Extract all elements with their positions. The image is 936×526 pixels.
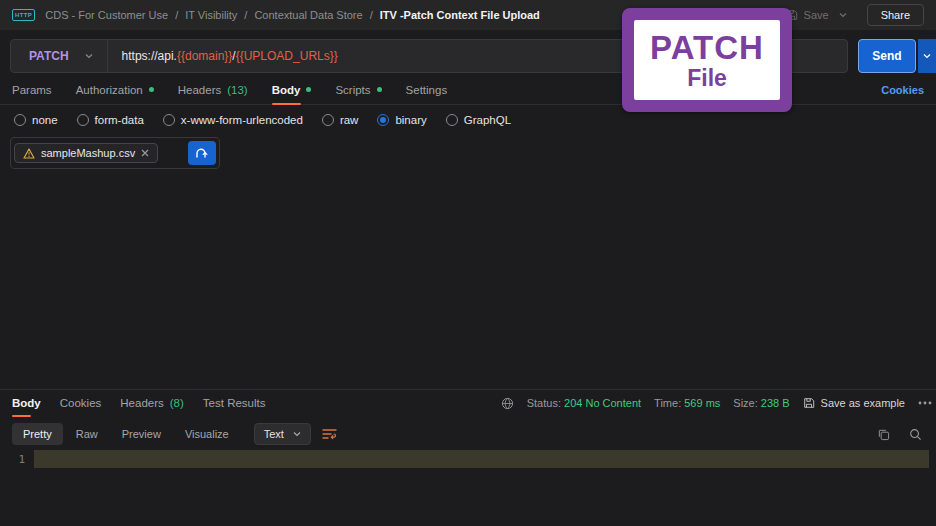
status-label: Status: xyxy=(527,397,561,409)
top-bar: HTTP CDS - For Customer Use / IT Visibil… xyxy=(0,0,936,30)
save-as-example-button[interactable]: Save as example xyxy=(803,397,905,409)
radio-icon xyxy=(77,114,89,126)
url-variable-upload-urls: {{UPLOAD_URLs}} xyxy=(236,49,338,63)
size-field: Size: 238 B xyxy=(733,397,789,409)
breadcrumb-folder[interactable]: Contextual Data Store xyxy=(254,9,362,21)
save-label: Save xyxy=(804,9,829,21)
response-meta: Status: 204 No Content Time: 569 ms Size… xyxy=(501,397,932,410)
patch-file-annotation-badge: PATCH File xyxy=(622,8,792,112)
upload-file-icon xyxy=(195,147,209,159)
body-mode-raw[interactable]: raw xyxy=(322,114,359,126)
response-body-editor: 1 xyxy=(0,450,936,468)
cookies-link[interactable]: Cookies xyxy=(881,84,924,96)
response-tab-headers[interactable]: Headers (8) xyxy=(120,390,184,416)
bottom-empty-area xyxy=(0,468,936,526)
breadcrumb-workspace[interactable]: CDS - For Customer Use xyxy=(45,9,168,21)
save-icon xyxy=(803,397,815,409)
view-visualize-button[interactable]: Visualize xyxy=(174,423,240,445)
response-view-toolbar: Pretty Raw Preview Visualize Text xyxy=(0,416,936,450)
send-button[interactable]: Send xyxy=(858,39,916,73)
search-icon[interactable] xyxy=(909,428,922,441)
body-mode-binary[interactable]: binary xyxy=(377,114,426,126)
http-request-icon: HTTP xyxy=(12,9,35,21)
response-tab-cookies[interactable]: Cookies xyxy=(60,390,102,416)
copy-icon[interactable] xyxy=(877,428,890,441)
response-toolbar-right xyxy=(877,428,924,441)
body-mode-form-data[interactable]: form-data xyxy=(77,114,144,126)
green-dot-indicator xyxy=(306,87,311,92)
request-url-row: PATCH https://api.{{domain}}/{{UPLOAD_UR… xyxy=(10,39,936,73)
chevron-down-icon xyxy=(923,53,931,59)
breadcrumb-collection[interactable]: IT Visibility xyxy=(185,9,237,21)
tab-settings-label: Settings xyxy=(406,84,448,96)
green-dot-indicator xyxy=(149,87,154,92)
time-label: Time: xyxy=(654,397,681,409)
radio-icon xyxy=(163,114,175,126)
save-as-example-label: Save as example xyxy=(821,397,905,409)
radio-icon xyxy=(446,114,458,126)
more-options-icon[interactable] xyxy=(918,401,932,405)
send-options-button[interactable] xyxy=(918,39,936,73)
view-pretty-button[interactable]: Pretty xyxy=(12,423,63,445)
breadcrumb-separator: / xyxy=(370,9,373,21)
format-dropdown[interactable]: Text xyxy=(254,423,311,445)
save-button[interactable]: Save xyxy=(786,9,829,21)
size-label: Size: xyxy=(733,397,757,409)
method-value: PATCH xyxy=(29,49,69,63)
send-button-group: Send xyxy=(858,39,936,73)
radio-icon xyxy=(322,114,334,126)
save-options-button[interactable] xyxy=(839,12,847,18)
tab-headers[interactable]: Headers (13) xyxy=(178,75,248,104)
share-button[interactable]: Share xyxy=(867,4,924,26)
file-chip[interactable]: sampleMashup.csv xyxy=(14,143,158,163)
chevron-down-icon xyxy=(85,53,93,59)
tab-settings[interactable]: Settings xyxy=(406,75,448,104)
response-tab-test-results[interactable]: Test Results xyxy=(203,390,266,416)
body-mode-none[interactable]: none xyxy=(14,114,58,126)
tab-scripts[interactable]: Scripts xyxy=(335,75,381,104)
status-field: Status: 204 No Content xyxy=(527,397,641,409)
breadcrumb-request-title[interactable]: ITV -Patch Context File Upload xyxy=(380,9,540,21)
url-input[interactable]: https://api.{{domain}}/{{UPLOAD_URLs}} xyxy=(108,49,352,63)
body-mode-none-label: none xyxy=(32,114,58,126)
body-mode-raw-label: raw xyxy=(340,114,359,126)
body-mode-urlencoded-label: x-www-form-urlencoded xyxy=(181,114,303,126)
api-client-window: HTTP CDS - For Customer Use / IT Visibil… xyxy=(0,0,936,526)
view-preview-button[interactable]: Preview xyxy=(111,423,172,445)
view-raw-button[interactable]: Raw xyxy=(65,423,109,445)
badge-inner: PATCH File xyxy=(634,20,780,100)
method-selector[interactable]: PATCH xyxy=(11,40,108,72)
response-tab-cookies-label: Cookies xyxy=(60,397,102,409)
line-number: 1 xyxy=(0,453,34,466)
remove-file-icon[interactable] xyxy=(141,149,149,157)
select-file-button[interactable] xyxy=(188,141,216,165)
tab-authorization[interactable]: Authorization xyxy=(76,75,154,104)
response-tab-test-results-label: Test Results xyxy=(203,397,266,409)
body-mode-graphql[interactable]: GraphQL xyxy=(446,114,511,126)
size-value: 238 B xyxy=(761,397,790,409)
network-icon[interactable] xyxy=(501,397,514,410)
body-mode-selector: none form-data x-www-form-urlencoded raw… xyxy=(0,105,936,133)
url-variable-domain: {{domain}} xyxy=(177,49,232,63)
tab-body[interactable]: Body xyxy=(272,75,312,104)
highlighted-empty-line[interactable] xyxy=(34,450,929,468)
tab-params-label: Params xyxy=(12,84,52,96)
chevron-down-icon xyxy=(839,12,847,18)
tab-scripts-label: Scripts xyxy=(335,84,370,96)
body-mode-graphql-label: GraphQL xyxy=(464,114,511,126)
tab-headers-label: Headers xyxy=(178,84,221,96)
wrap-lines-icon[interactable] xyxy=(322,428,337,440)
response-tabs: Body Cookies Headers (8) Test Results St… xyxy=(0,389,936,416)
response-tab-body-label: Body xyxy=(12,397,41,409)
breadcrumb: CDS - For Customer Use / IT Visibility /… xyxy=(45,9,540,21)
headers-count-badge: (13) xyxy=(227,84,247,96)
tab-body-label: Body xyxy=(272,84,301,96)
time-field: Time: 569 ms xyxy=(654,397,720,409)
response-tab-headers-label: Headers xyxy=(120,397,163,409)
body-mode-urlencoded[interactable]: x-www-form-urlencoded xyxy=(163,114,303,126)
response-tab-body[interactable]: Body xyxy=(12,390,41,416)
tab-params[interactable]: Params xyxy=(12,75,52,104)
chevron-down-icon xyxy=(293,431,301,437)
tab-authorization-label: Authorization xyxy=(76,84,143,96)
breadcrumb-separator: / xyxy=(244,9,247,21)
